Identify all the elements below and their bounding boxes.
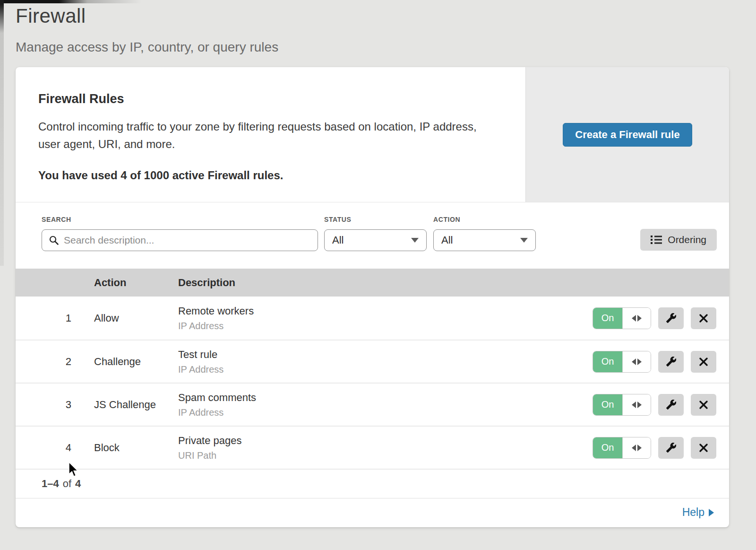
ordering-button-label: Ordering <box>668 234 706 245</box>
filter-bar: SEARCH STATUS All ACTION All <box>16 202 729 269</box>
close-icon <box>699 357 708 367</box>
close-icon <box>699 314 708 323</box>
help-row: Help <box>16 498 729 526</box>
rule-match-type: IP Address <box>178 321 593 332</box>
rule-controls: On <box>593 394 729 416</box>
rule-action: Block <box>94 442 178 454</box>
toggle-on-label: On <box>593 308 622 329</box>
rule-description-cell: Private pages URI Path <box>178 435 593 461</box>
page-subtitle: Manage access by IP, country, or query r… <box>16 40 756 55</box>
delete-rule-button[interactable] <box>691 351 716 373</box>
rules-section-title: Firewall Rules <box>38 92 507 106</box>
close-icon <box>699 443 708 453</box>
rule-description-cell: Test rule IP Address <box>178 349 593 375</box>
create-rule-panel: Create a Firewall rule <box>525 67 729 202</box>
action-select[interactable]: All <box>433 229 536 251</box>
wrench-icon <box>666 442 677 453</box>
triangle-right-icon <box>709 509 714 516</box>
rule-priority: 1 <box>16 312 94 324</box>
delete-rule-button[interactable] <box>691 307 716 329</box>
rule-description: Private pages <box>178 435 593 447</box>
edit-rule-button[interactable] <box>658 351 684 373</box>
table-row: 2 Challenge Test rule IP Address On <box>16 340 729 383</box>
rule-action: Allow <box>94 312 178 324</box>
rules-intro-section: Firewall Rules Control incoming traffic … <box>16 67 729 202</box>
window-top-edge <box>0 0 161 3</box>
search-input-box[interactable] <box>42 229 318 251</box>
rule-description-cell: Remote workers IP Address <box>178 305 593 332</box>
firewall-rules-card: Firewall Rules Control incoming traffic … <box>16 67 729 527</box>
search-field: SEARCH <box>42 216 318 269</box>
toggle-on-label: On <box>593 394 622 415</box>
rule-controls: On <box>593 307 729 329</box>
rule-enabled-toggle[interactable]: On <box>593 394 651 416</box>
pagination-total: 4 <box>75 478 81 490</box>
rule-action: Challenge <box>94 356 178 368</box>
page-header: Firewall Manage access by IP, country, o… <box>0 0 756 55</box>
rule-priority: 3 <box>16 399 94 411</box>
rule-description: Spam comments <box>178 392 593 404</box>
rule-match-type: IP Address <box>178 364 593 375</box>
toggle-on-label: On <box>593 437 622 458</box>
help-link[interactable]: Help <box>682 506 714 519</box>
rule-priority: 2 <box>16 356 94 368</box>
page-title: Firewall <box>16 5 756 27</box>
status-field: STATUS All <box>324 216 427 269</box>
toggle-arrows-icon <box>622 394 651 415</box>
edit-rule-button[interactable] <box>658 394 684 416</box>
action-label: ACTION <box>433 216 536 223</box>
toggle-arrows-icon <box>622 308 651 329</box>
rule-enabled-toggle[interactable]: On <box>593 351 651 373</box>
action-select-value: All <box>441 234 453 246</box>
search-input[interactable] <box>64 235 311 246</box>
rule-enabled-toggle[interactable]: On <box>593 437 651 459</box>
pagination-of: of <box>63 478 71 490</box>
ordering-button[interactable]: Ordering <box>640 229 717 251</box>
rule-priority: 4 <box>16 442 94 454</box>
toggle-arrows-icon <box>622 437 651 458</box>
delete-rule-button[interactable] <box>691 394 716 416</box>
table-row: 1 Allow Remote workers IP Address On <box>16 297 729 340</box>
wrench-icon <box>666 313 677 323</box>
action-field: ACTION All <box>433 216 536 269</box>
search-label: SEARCH <box>42 216 318 223</box>
chevron-down-icon <box>520 238 528 243</box>
rule-description: Remote workers <box>178 305 593 317</box>
help-link-label: Help <box>682 506 704 519</box>
chevron-down-icon <box>411 238 419 243</box>
edit-rule-button[interactable] <box>658 307 684 329</box>
rule-enabled-toggle[interactable]: On <box>593 307 651 329</box>
toggle-on-label: On <box>593 351 622 372</box>
rule-description: Test rule <box>178 349 593 361</box>
wrench-icon <box>666 399 677 410</box>
delete-rule-button[interactable] <box>691 437 716 459</box>
table-row: 3 JS Challenge Spam comments IP Address … <box>16 383 729 426</box>
rule-action: JS Challenge <box>94 399 178 411</box>
edit-rule-button[interactable] <box>658 437 684 459</box>
rules-intro-text: Firewall Rules Control incoming traffic … <box>16 67 525 202</box>
search-icon <box>49 235 59 245</box>
table-row: 4 Block Private pages URI Path On <box>16 426 729 469</box>
action-column-header: Action <box>94 277 178 289</box>
ordered-list-icon <box>651 235 662 244</box>
rule-match-type: URI Path <box>178 450 593 461</box>
rules-table-header: Action Description <box>16 269 729 297</box>
status-select[interactable]: All <box>324 229 427 251</box>
wrench-icon <box>666 356 677 367</box>
close-icon <box>699 400 708 410</box>
status-select-value: All <box>332 234 344 246</box>
rule-match-type: IP Address <box>178 407 593 418</box>
description-column-header: Description <box>178 277 729 289</box>
pagination: 1–4 of 4 <box>16 469 729 498</box>
window-left-edge <box>0 0 4 266</box>
rule-controls: On <box>593 437 729 459</box>
toggle-arrows-icon <box>622 351 651 372</box>
pagination-range: 1–4 <box>42 478 59 490</box>
rules-section-description: Control incoming traffic to your zone by… <box>38 118 487 153</box>
rule-description-cell: Spam comments IP Address <box>178 392 593 418</box>
create-firewall-rule-button[interactable]: Create a Firewall rule <box>563 123 692 147</box>
status-label: STATUS <box>324 216 427 223</box>
rule-controls: On <box>593 351 729 373</box>
rules-usage-text: You have used 4 of 1000 active Firewall … <box>38 169 507 182</box>
